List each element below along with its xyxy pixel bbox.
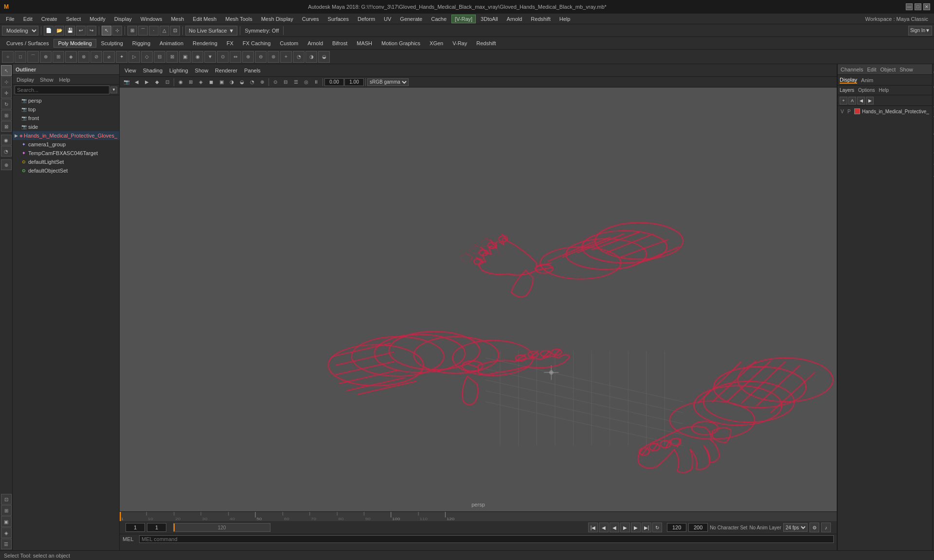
shelf-icon-bridge[interactable]: ⊞ bbox=[53, 51, 64, 63]
vp-camera-btn[interactable]: 📷 bbox=[122, 78, 131, 87]
shelf-tab-sculpting[interactable]: Sculpting bbox=[97, 39, 127, 48]
shelf-tab-animation[interactable]: Animation bbox=[155, 39, 188, 48]
select-tool-btn[interactable]: ↖ bbox=[102, 26, 111, 35]
vp-stereo-btn[interactable]: ◎ bbox=[301, 78, 311, 87]
transform-tool-btn[interactable]: ⊠ bbox=[1, 121, 12, 132]
step-back-btn[interactable]: ◀ bbox=[599, 523, 609, 532]
options-tab[interactable]: Options bbox=[858, 88, 875, 93]
shelf-tab-custom[interactable]: Custom bbox=[275, 39, 303, 48]
new-file-btn[interactable]: 📄 bbox=[44, 26, 54, 35]
vp-wireframe-btn[interactable]: ◈ bbox=[196, 78, 206, 87]
help-tab[interactable]: Help bbox=[879, 88, 889, 93]
outliner-item-defaultlightset[interactable]: ⊙ defaultLightSet bbox=[13, 158, 119, 166]
vp-display-btn[interactable]: ◉ bbox=[176, 78, 185, 87]
shelf-tab-xgen[interactable]: XGen bbox=[425, 39, 448, 48]
snap-to-point-btn[interactable]: · bbox=[149, 26, 159, 35]
shelf-icon-split[interactable]: ⊘ bbox=[90, 51, 102, 63]
menu-windows[interactable]: Windows bbox=[137, 15, 166, 23]
menu-3dtoall[interactable]: 3DtoAll bbox=[477, 15, 502, 23]
maximize-button[interactable]: □ bbox=[915, 3, 921, 10]
menu-mesh-display[interactable]: Mesh Display bbox=[257, 15, 297, 23]
shelf-icon-separate[interactable]: ⊖ bbox=[255, 51, 267, 63]
channels-tab[interactable]: Channels bbox=[841, 67, 863, 72]
menu-file[interactable]: File bbox=[2, 15, 18, 23]
menu-select[interactable]: Select bbox=[62, 15, 85, 23]
vp-light-btn[interactable]: ◑ bbox=[227, 78, 236, 87]
shelf-icon-loop[interactable]: ⌀ bbox=[103, 51, 115, 63]
shelf-icon-detach[interactable]: ⊠ bbox=[166, 51, 178, 63]
shelf-icon-append[interactable]: + bbox=[280, 51, 292, 63]
vp-menu-shading[interactable]: Shading bbox=[140, 67, 165, 74]
sign-in-btn[interactable]: Sign In ▼ bbox=[908, 26, 932, 35]
lasso-btn[interactable]: ⊹ bbox=[112, 26, 122, 35]
vp-isolate-btn[interactable]: ⊕ bbox=[257, 78, 267, 87]
soft-select-btn[interactable]: ◉ bbox=[1, 135, 12, 145]
time-ruler[interactable]: 1 10 20 30 40 50 60 70 bbox=[120, 511, 837, 521]
move-tool-btn[interactable]: ✛ bbox=[1, 88, 12, 98]
snap-to-surface-btn[interactable]: △ bbox=[160, 26, 169, 35]
menu-help[interactable]: Help bbox=[556, 15, 575, 23]
go-to-start-btn[interactable]: |◀ bbox=[588, 523, 598, 532]
gamma-select[interactable]: sRGB gamma bbox=[367, 78, 409, 86]
layer-fwd-btn[interactable]: ▶ bbox=[866, 97, 874, 105]
range-end-input[interactable] bbox=[667, 523, 686, 532]
outliner-item-tempcam[interactable]: ✦ TempCamFBXASC046Target bbox=[13, 149, 119, 158]
render-settings-btn[interactable]: ⊡ bbox=[1, 494, 12, 505]
shelf-tab-arnold[interactable]: Arnold bbox=[303, 39, 327, 48]
vp-playblast-btn[interactable]: ⊡ bbox=[162, 78, 172, 87]
save-file-btn[interactable]: 💾 bbox=[65, 26, 75, 35]
loop-btn[interactable]: ↻ bbox=[652, 523, 662, 532]
vp-menu-view[interactable]: View bbox=[122, 67, 139, 74]
snap-to-view-btn[interactable]: ⊡ bbox=[170, 26, 180, 35]
shelf-icon-wedge[interactable]: ▷ bbox=[128, 51, 140, 63]
object-tab[interactable]: Object bbox=[880, 67, 896, 72]
show-tab[interactable]: Show bbox=[899, 67, 913, 72]
shelf-icon-reduce[interactable]: ▼ bbox=[204, 51, 216, 63]
snap-to-curve-btn[interactable]: ⌒ bbox=[138, 26, 148, 35]
menu-vray[interactable]: [V-Ray] bbox=[451, 15, 476, 23]
display-subtab[interactable]: Display bbox=[840, 77, 857, 84]
shelf-tab-motion-graphics[interactable]: Motion Graphics bbox=[377, 39, 425, 48]
outliner-item-persp[interactable]: 📷 persp bbox=[13, 96, 119, 105]
menu-cache[interactable]: Cache bbox=[427, 15, 450, 23]
play-btn[interactable]: ▶ bbox=[620, 523, 630, 532]
outliner-item-side[interactable]: 📷 side bbox=[13, 122, 119, 131]
shelf-tab-bifrost[interactable]: Bifrost bbox=[328, 39, 352, 48]
shelf-tab-mash[interactable]: MASH bbox=[352, 39, 377, 48]
show-manip-btn[interactable]: ⊕ bbox=[1, 159, 12, 170]
render-btn[interactable]: ▣ bbox=[1, 516, 12, 527]
viewport-canvas[interactable]: persp bbox=[120, 88, 837, 511]
vp-pause-btn[interactable]: ⏸ bbox=[311, 78, 321, 87]
menu-mesh[interactable]: Mesh bbox=[167, 15, 188, 23]
sculpt-btn[interactable]: ◔ bbox=[1, 146, 12, 157]
workspace-dropdown[interactable]: Modeling bbox=[2, 26, 38, 35]
mel-input[interactable] bbox=[139, 535, 834, 543]
menu-modify[interactable]: Modify bbox=[86, 15, 109, 23]
shelf-icon-soften[interactable]: ◒ bbox=[318, 51, 330, 63]
shelf-tab-vray[interactable]: V-Ray bbox=[448, 39, 471, 48]
outliner-item-defaultobjectset[interactable]: ⊙ defaultObjectSet bbox=[13, 166, 119, 175]
shelf-tab-poly-modeling[interactable]: Poly Modeling bbox=[54, 39, 96, 48]
outliner-tab-show[interactable]: Show bbox=[38, 77, 55, 83]
outliner-btn[interactable]: ☰ bbox=[1, 539, 12, 549]
shelf-icon-boolean[interactable]: ⊛ bbox=[268, 51, 279, 63]
shelf-icon-box[interactable]: □ bbox=[15, 51, 26, 63]
vp-menu-panels[interactable]: Panels bbox=[241, 67, 264, 74]
rotate-tool-btn[interactable]: ↻ bbox=[1, 99, 12, 109]
undo-btn[interactable]: ↩ bbox=[76, 26, 86, 35]
layers-tab[interactable]: Layers bbox=[840, 88, 854, 93]
step-fwd-btn[interactable]: ▶ bbox=[631, 523, 641, 532]
menu-edit[interactable]: Edit bbox=[19, 15, 36, 23]
shelf-icon-curve1[interactable]: ⌒ bbox=[27, 51, 39, 63]
snap-to-grid-btn[interactable]: ⊞ bbox=[127, 26, 137, 35]
menu-uv[interactable]: UV bbox=[380, 15, 395, 23]
go-to-end-btn[interactable]: ▶| bbox=[642, 523, 651, 532]
fps-select[interactable]: 24 fps bbox=[783, 523, 808, 532]
outliner-item-camera-group[interactable]: ✦ camera1_group bbox=[13, 140, 119, 149]
select-mode-btn[interactable]: ↖ bbox=[1, 65, 12, 76]
outliner-item-top[interactable]: 📷 top bbox=[13, 105, 119, 114]
menu-redshift[interactable]: Redshift bbox=[527, 15, 554, 23]
vp-shadow-btn[interactable]: ◒ bbox=[237, 78, 247, 87]
no-live-surface-btn[interactable]: No Live Surface ▼ bbox=[185, 26, 237, 35]
outliner-tab-display[interactable]: Display bbox=[15, 77, 36, 83]
